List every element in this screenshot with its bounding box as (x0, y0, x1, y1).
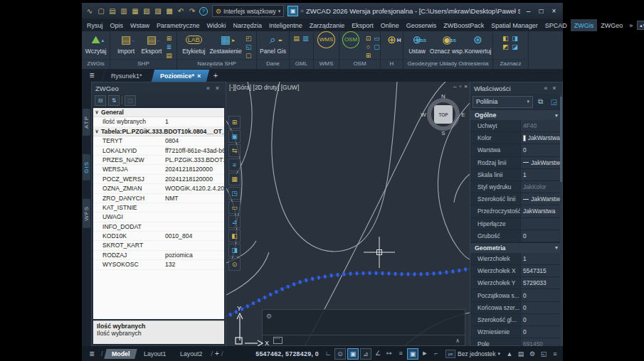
hamburger-icon[interactable]: ≡ (82, 69, 102, 82)
sort-az-icon[interactable]: ⇅ (108, 95, 120, 106)
workspace-dropdown[interactable]: ⚙ Interfejs wstążkowy ▾ (212, 5, 284, 17)
command-input[interactable]: ∧ (263, 335, 465, 345)
attribute-row[interactable]: ∨ KAT_ISTNIE (93, 203, 224, 212)
close-button[interactable]: × (548, 6, 560, 16)
document-tab[interactable]: Poziomice* × (150, 70, 209, 82)
property-row[interactable]: Wzniesienie 0 (470, 326, 562, 338)
property-value[interactable]: 0 (520, 314, 562, 325)
settings-box-icon[interactable]: ▢ (125, 95, 136, 106)
attribute-row[interactable]: ∨ WERSJA 20241218120000 (93, 165, 224, 174)
ribbon-tab[interactable]: Parametryczne (153, 19, 204, 31)
ribbon-tab[interactable]: Inteligentne (265, 19, 306, 31)
properties-palette-header[interactable]: Właściwości « × (470, 82, 562, 94)
object-type-dropdown[interactable]: Polilinia ▾ (473, 96, 533, 108)
attribute-row[interactable]: ∨ UWAGI (93, 212, 224, 222)
viewport-controls[interactable]: [-][Góra] [2D druty] [GUW] (229, 84, 299, 91)
property-value[interactable]: 0 (520, 326, 562, 338)
help-icon[interactable]: ? (199, 7, 208, 16)
ribbon-tab[interactable]: Narzędzia (230, 19, 266, 31)
attribute-row[interactable]: ∨ POCZ_WERSJ 20241218120000 (93, 175, 224, 184)
wczytaj-button[interactable]: ⛰▲ Wczytaj (84, 33, 108, 55)
h-button[interactable]: ⊕H (380, 33, 404, 47)
add-layout-button[interactable]: + (215, 350, 219, 357)
oznacz-wsp-button[interactable]: ◉CSS Oznacz wsp. (431, 33, 463, 55)
attribute-row[interactable]: ∨ SKROT_KART (93, 241, 224, 250)
property-value[interactable]: JakWarstwa (520, 132, 562, 144)
ribbon-tab[interactable]: ZWGis (571, 19, 598, 31)
property-value[interactable] (520, 218, 562, 230)
property-row[interactable]: Hiperłącze (470, 218, 562, 230)
ribbon-tab[interactable]: Zarządzanie (306, 19, 349, 31)
gear-icon[interactable]: ⚙ (266, 313, 272, 320)
pin-icon[interactable]: « (542, 85, 550, 92)
pick-add-icon[interactable]: ⧉ (534, 96, 547, 108)
close-button[interactable]: × (464, 83, 468, 90)
property-row[interactable]: Początkowa s... 0 (470, 289, 562, 301)
property-row[interactable]: Grubość 0 (470, 230, 562, 242)
zwgeo-palette-header[interactable]: ZWGeo « × (92, 82, 226, 94)
layout-tab[interactable]: Layout1 (136, 349, 174, 359)
property-row[interactable]: Wierzchołek 1 (470, 253, 562, 265)
scrollbar[interactable] (560, 94, 562, 345)
compass-east[interactable]: E (460, 112, 467, 118)
property-row[interactable]: Wierzchołek X 5547315 (470, 265, 562, 277)
import-button[interactable]: ▤→ Import (114, 33, 138, 55)
property-row[interactable]: Szerokość linii JakWarstw (470, 193, 562, 205)
ribbon-tab[interactable]: ZWGeo (597, 19, 626, 31)
view-compass[interactable]: N S W E TOP (423, 93, 464, 136)
attribute-row[interactable]: ∨ LOKALNYID ff7210ff-861e-43ad-b6c4-d439… (93, 146, 224, 156)
attribute-row[interactable]: ∨ PRZES_NAZW PL.PZGiK.333.BDOT10k (93, 156, 224, 165)
document-tab[interactable]: Rysunek1* × (102, 70, 151, 82)
property-row[interactable]: Końcowa szer... 0 (470, 302, 562, 314)
attribute-row[interactable]: ∨ OZNA_ZMIAN WODGiK.4120.2.4.2024 (93, 184, 224, 193)
layout-tab[interactable]: Layout2 (173, 349, 211, 359)
quick-select-icon[interactable]: ◲ (548, 96, 560, 108)
maximize-button[interactable]: □ (535, 6, 547, 16)
close-icon[interactable]: × (213, 85, 222, 92)
ribbon-collapse-button[interactable]: ▴▾ (637, 21, 644, 30)
property-value[interactable]: 0 (520, 144, 562, 156)
attribute-row[interactable]: ∨ General (93, 108, 224, 117)
property-row[interactable]: Warstwa 0 (470, 144, 562, 156)
ribbon-tab[interactable]: Wstaw (127, 19, 153, 31)
property-value[interactable]: 0 (520, 230, 562, 242)
section-collapse-icon[interactable]: ∨ (93, 127, 100, 136)
minimize-button[interactable]: – (453, 83, 456, 90)
command-line-panel[interactable]: ⚙ ∧ (262, 309, 465, 346)
attribute-row[interactable]: ∨ TERYT 0804 (93, 136, 224, 146)
section-header-ogolne[interactable]: Ogólne ▾ (470, 109, 562, 120)
minimize-button[interactable]: – (522, 6, 534, 16)
property-row[interactable]: Szerokość gl... 0 (470, 314, 562, 326)
new-tab-button[interactable]: + (209, 69, 222, 82)
konwertuj-button[interactable]: ⊛ Konwertuj (465, 33, 491, 55)
property-value[interactable]: JakWarstw (520, 157, 562, 168)
etykietuj-button[interactable]: LAB Etykietuj (181, 33, 206, 55)
ribbon-tab[interactable]: Widoki (204, 19, 230, 31)
property-row[interactable]: Przeźroczystość JakWarstwa (470, 205, 562, 217)
ribbon-tab[interactable]: SPCAD (542, 19, 571, 31)
section-collapse-icon[interactable]: ∨ (93, 108, 100, 117)
ribbon-tab[interactable]: Online (377, 19, 403, 31)
section-header-geometria[interactable]: Geometria ▾ (470, 242, 562, 253)
attribute-row[interactable]: ∨ WYSOKOSC 132 (93, 260, 224, 269)
ribbon-tab[interactable]: Rysuj (83, 19, 107, 31)
attribute-row[interactable]: ∨ ZRO_DANYCH NMT (93, 194, 224, 203)
close-icon[interactable]: × (550, 85, 559, 92)
property-value[interactable]: JakKolor (520, 181, 562, 193)
property-value[interactable]: 0 (520, 289, 562, 301)
ribbon-tab[interactable]: Spatial Manager (487, 19, 542, 31)
palette-side-tab[interactable]: WFS (83, 199, 90, 228)
property-value[interactable]: JakWarstwa (520, 205, 562, 217)
property-value[interactable]: 5547315 (520, 265, 562, 276)
panel-gis-button[interactable]: ⌕✏ Panel Gis (258, 33, 287, 55)
attribute-row[interactable]: ∨ RODZAJ poziomica (93, 251, 224, 260)
ribbon-tab[interactable]: ZWBoostPack (440, 19, 487, 31)
restore-button[interactable]: ▫ (459, 83, 461, 90)
property-row[interactable]: Rodzaj linii JakWarstw (470, 157, 562, 169)
compass-top-face[interactable]: TOP (434, 105, 453, 124)
ribbon-overflow-icon[interactable]: » (626, 19, 635, 31)
attribute-row[interactable]: ∨ Ilość wybranych 1 (93, 117, 224, 126)
property-value[interactable]: 4F40 (520, 120, 562, 131)
property-row[interactable]: Skala linii 1 (470, 169, 562, 181)
property-value[interactable]: 5729033 (520, 277, 562, 289)
